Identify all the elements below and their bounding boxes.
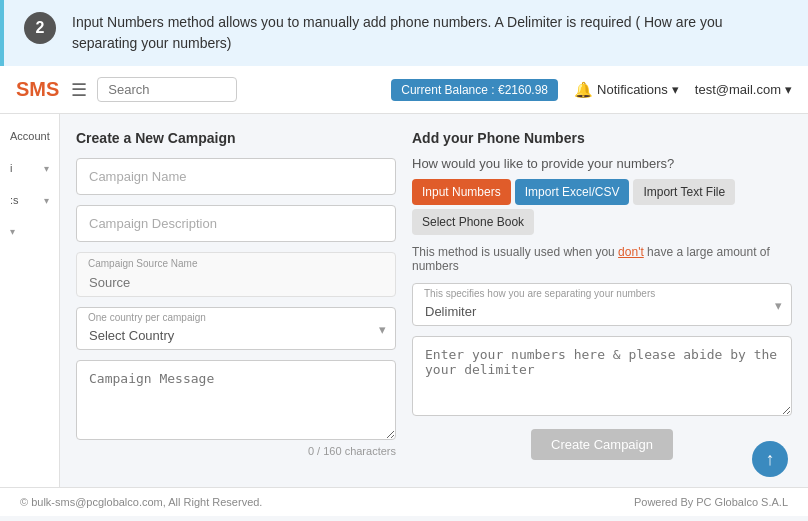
balance-display: Current Balance : €2160.98 — [391, 79, 558, 101]
add-numbers-title: Add your Phone Numbers — [412, 130, 792, 146]
country-wrap: One country per campaign Select Country … — [76, 307, 396, 350]
step-banner: 2 Input Numbers method allows you to man… — [0, 0, 808, 66]
step-number: 2 — [24, 12, 56, 44]
campaign-name-input[interactable] — [76, 158, 396, 195]
info-text-prefix: This method is usually used when you — [412, 245, 618, 259]
source-field-wrap: Campaign Source Name — [76, 252, 396, 297]
content-area: Create a New Campaign Campaign Source Na… — [60, 114, 808, 487]
input-numbers-button[interactable]: Input Numbers — [412, 179, 511, 205]
country-label: One country per campaign — [88, 312, 206, 323]
source-field-label: Campaign Source Name — [88, 258, 198, 269]
notifications-button[interactable]: 🔔 Notifications ▾ — [574, 81, 679, 99]
right-panel: Add your Phone Numbers How would you lik… — [412, 130, 792, 471]
select-phone-book-button[interactable]: Select Phone Book — [412, 209, 534, 235]
footer-powered: Powered By PC Globalco S.A.L — [634, 496, 788, 508]
bell-icon: 🔔 — [574, 81, 593, 99]
sidebar-label-i: i — [10, 162, 12, 174]
sidebar-item-account[interactable]: Account — [0, 124, 59, 148]
scroll-top-button[interactable]: ↑ — [752, 441, 788, 477]
user-chevron-icon: ▾ — [785, 82, 792, 97]
sidebar-item-i[interactable]: i ▾ — [0, 156, 59, 180]
campaign-message-input[interactable] — [76, 360, 396, 440]
sidebar-chevron-2: ▾ — [44, 195, 49, 206]
sidebar-chevron-1: ▾ — [44, 163, 49, 174]
sidebar-label-account: Account — [10, 130, 50, 142]
campaign-description-input[interactable] — [76, 205, 396, 242]
search-input[interactable] — [97, 77, 237, 102]
method-buttons-group: Input Numbers Import Excel/CSV Import Te… — [412, 179, 792, 235]
main-layout: Account i ▾ :s ▾ ▾ Create a New Campaign… — [0, 114, 808, 487]
notifications-chevron-icon: ▾ — [672, 82, 679, 97]
footer: © bulk-sms@pcglobalco.com, All Right Res… — [0, 487, 808, 516]
sidebar-chevron-3: ▾ — [10, 226, 15, 237]
step-description: Input Numbers method allows you to manua… — [72, 12, 788, 54]
create-campaign-button[interactable]: Create Campaign — [531, 429, 673, 460]
sidebar-item-extra[interactable]: ▾ — [0, 220, 59, 243]
user-email-label: test@mail.com — [695, 82, 781, 97]
sidebar-item-s[interactable]: :s ▾ — [0, 188, 59, 212]
provide-question: How would you like to provide your numbe… — [412, 156, 792, 171]
user-menu[interactable]: test@mail.com ▾ — [695, 82, 792, 97]
notifications-label: Notifications — [597, 82, 668, 97]
logo: SMS — [16, 78, 59, 101]
info-text-link: don't — [618, 245, 644, 259]
header-right: Current Balance : €2160.98 🔔 Notificatio… — [391, 79, 792, 101]
left-panel: Create a New Campaign Campaign Source Na… — [76, 130, 396, 471]
import-excel-button[interactable]: Import Excel/CSV — [515, 179, 630, 205]
sidebar-label-s: :s — [10, 194, 19, 206]
delimiter-label: This specifies how you are separating yo… — [424, 288, 655, 299]
char-count-display: 0 / 160 characters — [76, 445, 396, 457]
import-text-button[interactable]: Import Text File — [633, 179, 735, 205]
footer-copyright: © bulk-sms@pcglobalco.com, All Right Res… — [20, 496, 262, 508]
sidebar: Account i ▾ :s ▾ ▾ — [0, 114, 60, 487]
info-text: This method is usually used when you don… — [412, 245, 792, 273]
delimiter-wrap: This specifies how you are separating yo… — [412, 283, 792, 326]
phone-numbers-input[interactable] — [412, 336, 792, 416]
header: SMS ☰ Current Balance : €2160.98 🔔 Notif… — [0, 66, 808, 114]
hamburger-icon[interactable]: ☰ — [71, 79, 87, 101]
create-campaign-title: Create a New Campaign — [76, 130, 396, 146]
